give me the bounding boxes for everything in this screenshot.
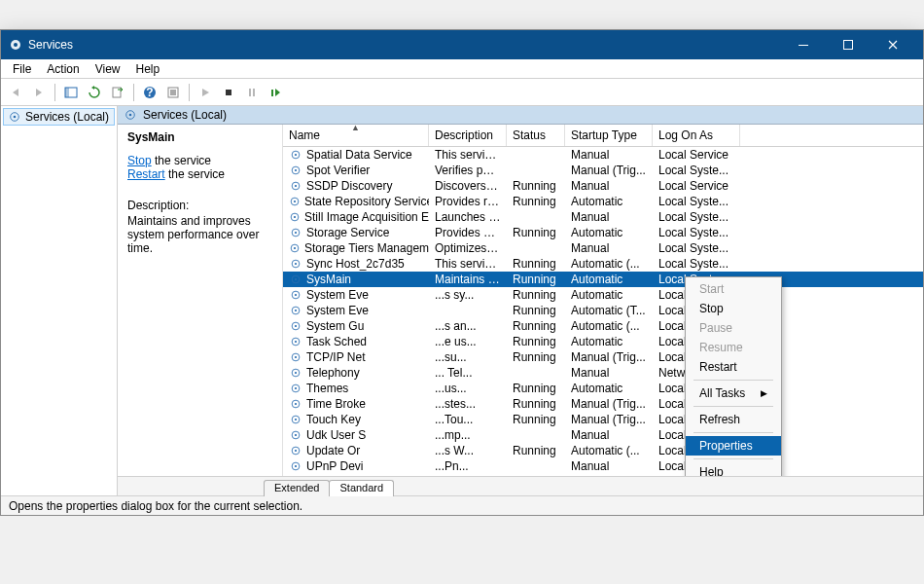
- service-status-cell: Running: [507, 226, 565, 239]
- service-startup-cell: Manual (Trig...: [565, 164, 653, 177]
- ctx-restart[interactable]: Restart: [686, 357, 781, 377]
- column-header-status[interactable]: Status: [507, 125, 565, 146]
- menu-file[interactable]: File: [5, 60, 39, 78]
- service-row[interactable]: Time Broke...stes...RunningManual (Trig.…: [283, 396, 923, 412]
- status-text: Opens the properties dialog box for the …: [9, 499, 302, 513]
- ctx-properties[interactable]: Properties: [686, 436, 781, 456]
- start-service-button[interactable]: [195, 82, 216, 103]
- forward-button[interactable]: [28, 82, 50, 103]
- svg-point-52: [295, 387, 297, 389]
- tree-item-services-local[interactable]: Services (Local): [3, 108, 115, 126]
- service-desc-cell: ...us...: [429, 382, 507, 395]
- svg-point-60: [295, 450, 297, 452]
- svg-point-30: [294, 216, 296, 218]
- column-header-log-on-as[interactable]: Log On As: [653, 125, 740, 146]
- service-startup-cell: Automatic (...: [565, 257, 653, 271]
- properties-button[interactable]: [162, 82, 184, 103]
- service-row[interactable]: System EveRunningAutomatic (T...Local Sy…: [283, 303, 923, 318]
- service-startup-cell: Automatic: [565, 335, 653, 348]
- tab-standard[interactable]: Standard: [329, 480, 394, 496]
- service-startup-cell: Manual: [565, 148, 653, 162]
- service-row[interactable]: System Eve...s sy...RunningAutomaticLoca…: [283, 287, 923, 303]
- help-button[interactable]: ?: [139, 82, 160, 103]
- svg-rect-5: [65, 88, 69, 97]
- service-row[interactable]: TCP/IP Net...su...RunningManual (Trig...…: [283, 349, 923, 365]
- ctx-stop[interactable]: Stop: [686, 299, 781, 318]
- ctx-refresh[interactable]: Refresh: [686, 410, 781, 429]
- titlebar[interactable]: Services: [1, 30, 923, 59]
- export-list-button[interactable]: [107, 82, 128, 103]
- service-row[interactable]: Udk User S...mp...ManualLocal Syste...: [283, 427, 923, 443]
- service-row[interactable]: SSDP DiscoveryDiscovers n...RunningManua…: [283, 178, 923, 194]
- service-row[interactable]: Storage ServiceProvides en...RunningAuto…: [283, 225, 923, 240]
- service-desc-cell: ...s W...: [429, 444, 507, 457]
- service-row[interactable]: State Repository ServiceProvides re...Ru…: [283, 194, 923, 209]
- menu-action[interactable]: Action: [39, 60, 87, 78]
- service-startup-cell: Manual: [565, 459, 653, 473]
- svg-point-1: [14, 43, 18, 47]
- menu-help[interactable]: Help: [128, 60, 168, 78]
- column-header-startup-type[interactable]: Startup Type: [565, 125, 653, 146]
- ctx-resume[interactable]: Resume: [686, 338, 781, 357]
- service-status-cell: Running: [507, 288, 565, 302]
- gear-icon: [289, 319, 302, 333]
- service-name-cell: Storage Tiers Management: [304, 241, 429, 255]
- svg-point-32: [295, 232, 297, 234]
- gear-icon: [289, 164, 302, 177]
- close-button[interactable]: [871, 30, 915, 59]
- svg-point-40: [295, 294, 297, 296]
- service-row[interactable]: System Gu...s an...RunningAutomatic (...…: [283, 318, 923, 334]
- main-body: Services (Local) Services (Local) SysMai…: [1, 106, 923, 495]
- show-hide-tree-button[interactable]: [60, 82, 82, 103]
- service-row[interactable]: Task Sched...e us...RunningAutomaticLoca…: [283, 334, 923, 349]
- service-row[interactable]: Themes...us...RunningAutomaticLocal Syst…: [283, 381, 923, 396]
- ctx-separator: [693, 458, 773, 459]
- restart-service-link[interactable]: Restart: [127, 167, 165, 181]
- service-name-cell: Task Sched: [306, 335, 367, 348]
- minimize-button[interactable]: [781, 30, 826, 59]
- gear-icon: [289, 148, 302, 162]
- ctx-all-tasks[interactable]: All Tasks ▶: [686, 383, 781, 403]
- menu-view[interactable]: View: [88, 60, 128, 78]
- service-desc-cell: Maintains a...: [429, 273, 507, 286]
- restart-service-button[interactable]: [265, 82, 286, 103]
- stop-service-link[interactable]: Stop: [127, 154, 152, 167]
- sort-ascending-icon: ▲: [351, 125, 360, 132]
- refresh-button[interactable]: [84, 82, 105, 103]
- stop-service-button[interactable]: [218, 82, 239, 103]
- back-button[interactable]: [5, 82, 26, 103]
- view-tabs: Extended Standard: [118, 476, 923, 495]
- service-row[interactable]: SysMainMaintains a...RunningAutomaticLoc…: [283, 272, 923, 287]
- service-row[interactable]: User Data Access_2c7d35Provides ap...Run…: [283, 474, 923, 476]
- service-row[interactable]: UPnP Devi...Pn...ManualLocal Service: [283, 458, 923, 474]
- column-header-description[interactable]: Description: [429, 125, 507, 146]
- service-row[interactable]: Update Or...s W...RunningAutomatic (...L…: [283, 443, 923, 458]
- svg-rect-13: [226, 90, 231, 95]
- service-row[interactable]: Touch Key...Tou...RunningManual (Trig...…: [283, 412, 923, 427]
- gear-icon: [289, 179, 302, 193]
- toolbar-separator: [133, 84, 134, 101]
- service-row[interactable]: Still Image Acquisition EventsLaunches a…: [283, 209, 923, 225]
- pause-service-button[interactable]: [241, 82, 263, 103]
- service-desc-cell: ... Tel...: [429, 366, 507, 380]
- service-detail-pane: SysMain Stop the service Restart the ser…: [118, 125, 283, 476]
- service-status-cell: Running: [507, 350, 565, 364]
- service-row[interactable]: Storage Tiers ManagementOptimizes t...Ma…: [283, 240, 923, 256]
- maximize-button[interactable]: [826, 30, 871, 59]
- ctx-start[interactable]: Start: [686, 279, 781, 299]
- service-row[interactable]: Spatial Data ServiceThis service ...Manu…: [283, 147, 923, 163]
- ctx-help[interactable]: Help: [686, 462, 781, 476]
- service-row[interactable]: Spot VerifierVerifies pote...Manual (Tri…: [283, 163, 923, 178]
- column-header-name[interactable]: Name ▲: [283, 125, 429, 146]
- tab-extended[interactable]: Extended: [264, 480, 330, 496]
- service-startup-cell: Manual (Trig...: [565, 413, 653, 426]
- service-row[interactable]: Telephony... Tel...ManualNetwork S...: [283, 365, 923, 381]
- ctx-separator: [693, 380, 773, 381]
- gear-icon: [289, 273, 302, 286]
- service-desc-cell: ...s sy...: [429, 288, 507, 302]
- list-rows: Spatial Data ServiceThis service ...Manu…: [283, 147, 923, 476]
- service-row[interactable]: Sync Host_2c7d35This service ...RunningA…: [283, 256, 923, 272]
- service-context-menu: Start Stop Pause Resume Restart All Task…: [685, 276, 782, 476]
- service-startup-cell: Automatic: [565, 273, 653, 286]
- ctx-pause[interactable]: Pause: [686, 318, 781, 338]
